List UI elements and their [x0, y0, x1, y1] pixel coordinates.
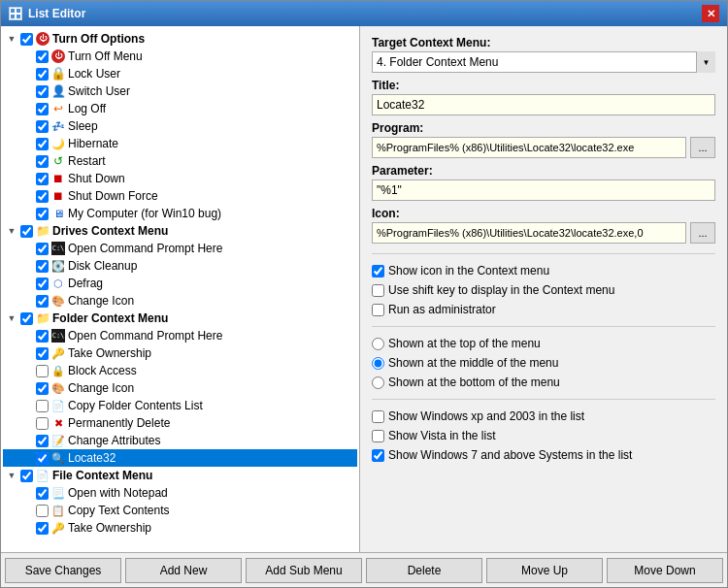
tree-checkbox-copy-text[interactable]	[36, 505, 49, 517]
position-middle-radio[interactable]	[372, 357, 384, 370]
tree-checkbox-folder-root[interactable]	[20, 312, 33, 325]
tree-icon-disk-cleanup: 💽	[50, 258, 66, 274]
title-bar: List Editor ✕	[1, 1, 727, 26]
tree-checkbox-sleep[interactable]	[36, 120, 49, 133]
tree-icon-locate32: 🔍	[50, 450, 66, 466]
tree-item-turn-off-menu[interactable]: ⏻Turn Off Menu	[3, 48, 357, 65]
move-up-button[interactable]: Move Up	[486, 558, 603, 583]
tree-checkbox-change-attrib[interactable]	[36, 435, 49, 447]
title-input[interactable]	[372, 94, 715, 115]
tree-item-file-root[interactable]: ▼📄File Context Menu	[3, 467, 357, 484]
tree-checkbox-my-computer[interactable]	[36, 208, 49, 220]
tree-item-copy-text[interactable]: 📋Copy Text Contents	[3, 502, 357, 519]
tree-checkbox-restart[interactable]	[36, 155, 49, 168]
svg-rect-3	[17, 15, 20, 18]
tree-checkbox-drives-cmd[interactable]	[36, 243, 49, 255]
move-down-button[interactable]: Move Down	[607, 558, 723, 583]
tree-checkbox-folder-cmd[interactable]	[36, 330, 49, 343]
tree-icon-drives-cmd: C:\	[50, 241, 66, 256]
tree-item-locate32[interactable]: 🔍Locate32	[3, 449, 357, 467]
tree-label-take-ownership: Take Ownership	[68, 345, 151, 361]
tree-item-defrag[interactable]: ⬡Defrag	[3, 275, 357, 292]
tree-checkbox-hibernate[interactable]	[36, 138, 49, 150]
tree-checkbox-locate32[interactable]	[36, 452, 49, 465]
run-admin-checkbox[interactable]	[372, 304, 384, 316]
tree-item-folder-cmd[interactable]: C:\Open Command Prompt Here	[3, 327, 357, 344]
tree-item-change-attrib[interactable]: 📝Change Attributes	[3, 432, 357, 449]
position-top-radio[interactable]	[372, 338, 384, 350]
show-win7-checkbox[interactable]	[372, 449, 384, 462]
tree-item-lock-user[interactable]: 🔒Lock User	[3, 65, 357, 82]
tree-icon-take-ownership: 🔑	[50, 345, 66, 361]
tree-checkbox-turn-off-menu[interactable]	[36, 50, 49, 63]
program-field-label: Program:	[372, 121, 715, 135]
tree-label-shut-down-force: Shut Down Force	[68, 188, 158, 204]
tree-checkbox-lock-user[interactable]	[36, 68, 49, 81]
expand-icon[interactable]: ▼	[5, 32, 18, 46]
tree-checkbox-folder-changeicon[interactable]	[36, 382, 49, 395]
tree-item-shut-down[interactable]: ⏹Shut Down	[3, 170, 357, 187]
tree-item-shut-down-force[interactable]: ⏹Shut Down Force	[3, 187, 357, 205]
save-button[interactable]: Save Changes	[5, 558, 121, 583]
icon-browse-button[interactable]: ...	[690, 222, 715, 244]
tree-item-hibernate[interactable]: 🌙Hibernate	[3, 135, 357, 152]
tree-item-my-computer[interactable]: 🖥My Computer (for Win10 bug)	[3, 205, 357, 222]
tree-item-folder-changeicon[interactable]: 🎨Change Icon	[3, 379, 357, 397]
tree-checkbox-shut-down[interactable]	[36, 173, 49, 185]
tree-item-block-access[interactable]: 🔒Block Access	[3, 362, 357, 379]
tree-icon-switch-user: 👤	[50, 83, 66, 99]
expand-icon[interactable]: ▼	[5, 224, 18, 238]
tree-item-drives-cmd[interactable]: C:\Open Command Prompt Here	[3, 240, 357, 257]
tree-item-turn-off-root[interactable]: ▼⏻Turn Off Options	[3, 30, 357, 48]
parameter-input[interactable]	[372, 180, 715, 201]
tree-item-switch-user[interactable]: 👤Switch User	[3, 82, 357, 100]
target-context-label: Target Context Menu:	[372, 36, 715, 49]
tree-item-sleep[interactable]: 💤Sleep	[3, 117, 357, 135]
show-xp-checkbox[interactable]	[372, 410, 384, 423]
icon-input[interactable]	[372, 222, 686, 244]
tree-checkbox-open-notepad[interactable]	[36, 487, 49, 500]
tree-checkbox-copy-folder[interactable]	[36, 400, 49, 412]
tree-checkbox-file-root[interactable]	[20, 470, 33, 482]
show-icon-checkbox[interactable]	[372, 265, 384, 278]
tree-item-open-notepad[interactable]: 📃Open with Notepad	[3, 484, 357, 502]
tree-checkbox-perm-delete[interactable]	[36, 417, 49, 430]
target-context-dropdown[interactable]: 4. Folder Context Menu	[372, 51, 715, 73]
show-xp-row: Show Windows xp and 2003 in the list	[372, 409, 715, 423]
tree-checkbox-drives-changeicon[interactable]	[36, 295, 49, 308]
close-button[interactable]: ✕	[702, 5, 719, 22]
tree-checkbox-take-ownership[interactable]	[36, 347, 49, 360]
program-input[interactable]	[372, 137, 686, 158]
tree-item-folder-root[interactable]: ▼📁Folder Context Menu	[3, 310, 357, 327]
add-new-button[interactable]: Add New	[125, 558, 242, 583]
tree-checkbox-drives-root[interactable]	[20, 225, 33, 238]
tree-icon-my-computer: 🖥	[50, 206, 66, 221]
tree-item-copy-folder[interactable]: 📄Copy Folder Contents List	[3, 397, 357, 414]
show-vista-checkbox[interactable]	[372, 430, 384, 442]
tree-checkbox-block-access[interactable]	[36, 365, 49, 377]
tree-checkbox-disk-cleanup[interactable]	[36, 260, 49, 273]
use-shift-checkbox[interactable]	[372, 284, 384, 297]
expand-icon[interactable]: ▼	[5, 311, 18, 325]
tree-checkbox-switch-user[interactable]	[36, 85, 49, 98]
program-browse-button[interactable]: ...	[690, 137, 715, 158]
tree-container[interactable]: ▼⏻Turn Off Options ⏻Turn Off Menu 🔒Lock …	[1, 26, 359, 552]
tree-item-restart[interactable]: ↺Restart	[3, 152, 357, 170]
tree-item-drives-changeicon[interactable]: 🎨Change Icon	[3, 292, 357, 310]
tree-checkbox-log-off[interactable]	[36, 103, 49, 115]
tree-item-perm-delete[interactable]: ✖Permanently Delete	[3, 414, 357, 432]
tree-checkbox-file-take[interactable]	[36, 522, 49, 535]
tree-checkbox-shut-down-force[interactable]	[36, 190, 49, 203]
tree-checkbox-defrag[interactable]	[36, 278, 49, 290]
add-sub-menu-button[interactable]: Add Sub Menu	[246, 558, 362, 583]
tree-checkbox-turn-off-root[interactable]	[20, 33, 33, 46]
position-bottom-radio[interactable]	[372, 376, 384, 389]
expand-icon[interactable]: ▼	[5, 469, 18, 482]
show-win7-label: Show Windows 7 and above Systems in the …	[388, 448, 632, 462]
tree-item-file-take[interactable]: 🔑Take Ownership	[3, 519, 357, 537]
tree-item-log-off[interactable]: ↩Log Off	[3, 100, 357, 117]
tree-item-drives-root[interactable]: ▼📁Drives Context Menu	[3, 222, 357, 240]
tree-item-take-ownership[interactable]: 🔑Take Ownership	[3, 344, 357, 362]
tree-item-disk-cleanup[interactable]: 💽Disk Cleanup	[3, 257, 357, 275]
delete-button[interactable]: Delete	[366, 558, 482, 583]
